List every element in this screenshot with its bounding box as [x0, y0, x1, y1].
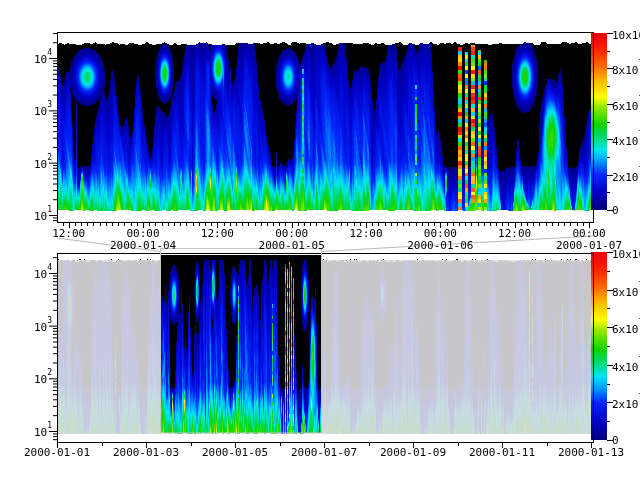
top-x-date-label-text: 2000-01-07	[556, 239, 622, 252]
top-x-date-label: 2000-01-07	[556, 240, 622, 251]
top-panel-spectrogram[interactable]	[58, 33, 593, 222]
top-y-tick-label-exponent: 1	[47, 205, 52, 214]
top-x-time-label: 12:00	[349, 228, 382, 239]
bottom-colorbar-tick-label-text: 6x10	[612, 323, 639, 336]
bottom-y-tick-label: 102	[34, 372, 52, 385]
top-x-time-label-text: 00:00	[424, 227, 457, 240]
bottom-panel-spectrogram[interactable]	[58, 254, 593, 442]
top-x-time-label: 00:00	[424, 228, 457, 239]
bottom-y-tick-label: 103	[34, 320, 52, 333]
bottom-x-date-label-text: 2000-01-13	[558, 446, 624, 459]
top-colorbar-tick-label: 8x107	[612, 63, 640, 76]
top-y-tick-label-exponent: 2	[47, 153, 52, 162]
bottom-colorbar-tick-label: 2x107	[612, 397, 640, 410]
bottom-y-tick-label-text: 10	[34, 268, 47, 281]
top-x-time-label: 12:00	[498, 228, 531, 239]
zoom-connector-right	[322, 236, 594, 252]
bottom-colorbar-tick-label-text: 4x10	[612, 360, 639, 373]
top-colorbar-tick-label-text: 10x10	[612, 29, 640, 42]
spectrogram-viewer-window: 10410310210110410310210112:0000:002000-0…	[0, 0, 640, 480]
bottom-x-date-label-text: 2000-01-09	[380, 446, 446, 459]
bottom-colorbar-tick-label: 0	[612, 435, 619, 446]
top-x-time-label: 12:00	[52, 228, 85, 239]
top-colorbar-tick-label-text: 8x10	[612, 64, 639, 77]
top-y-tick-label: 102	[34, 157, 52, 170]
bottom-x-date-label-text: 2000-01-11	[469, 446, 535, 459]
bottom-colorbar-tick-label-text: 2x10	[612, 398, 639, 411]
bottom-y-tick-label-exponent: 2	[47, 368, 52, 377]
top-y-tick-label: 103	[34, 104, 52, 117]
top-colorbar-tick-label-text: 0	[612, 204, 619, 217]
bottom-colorbar	[591, 252, 607, 440]
bottom-y-tick-label-exponent: 3	[47, 316, 52, 325]
top-x-time-label-text: 12:00	[52, 227, 85, 240]
top-y-tick-label-text: 10	[34, 105, 47, 118]
top-colorbar-tick-label-text: 4x10	[612, 135, 639, 148]
top-x-date-label: 2000-01-04	[110, 240, 176, 251]
bottom-colorbar-tick-label: 6x107	[612, 322, 640, 335]
top-x-date-label: 2000-01-05	[259, 240, 325, 251]
bottom-x-date-label: 2000-01-11	[469, 447, 535, 458]
bottom-colorbar-tick-label-text: 8x10	[612, 285, 639, 298]
top-x-time-label: 00:00	[275, 228, 308, 239]
top-y-tick-label-exponent: 3	[47, 100, 52, 109]
bottom-y-tick-label-exponent: 1	[47, 421, 52, 430]
bottom-colorbar-tick-label-text: 10x10	[612, 248, 640, 261]
top-y-tick-label: 104	[34, 52, 52, 65]
top-colorbar-tick-label: 4x107	[612, 134, 640, 147]
top-y-tick-label: 101	[34, 209, 52, 222]
bottom-x-date-label: 2000-01-03	[113, 447, 179, 458]
top-y-tick-label-text: 10	[34, 157, 47, 170]
top-y-tick-label-text: 10	[34, 53, 47, 66]
top-x-time-label: 12:00	[201, 228, 234, 239]
top-x-date-label: 2000-01-06	[407, 240, 473, 251]
bottom-y-tick-label-text: 10	[34, 373, 47, 386]
top-x-time-label-text: 12:00	[201, 227, 234, 240]
top-colorbar-tick-label: 0	[612, 205, 619, 216]
bottom-y-tick-label-text: 10	[34, 426, 47, 439]
bottom-x-date-label: 2000-01-01	[24, 447, 90, 458]
top-x-time-label-text: 00:00	[275, 227, 308, 240]
bottom-x-date-label: 2000-01-05	[202, 447, 268, 458]
top-colorbar	[591, 33, 607, 210]
top-x-time-label-text: 12:00	[349, 227, 382, 240]
bottom-y-tick-label-exponent: 4	[47, 263, 52, 272]
top-x-time-label-text: 00:00	[126, 227, 159, 240]
bottom-x-date-label: 2000-01-13	[558, 447, 624, 458]
top-x-time-label: 00:00	[572, 228, 605, 239]
top-colorbar-tick-label-text: 6x10	[612, 99, 639, 112]
bottom-x-date-label-text: 2000-01-05	[202, 446, 268, 459]
top-colorbar-tick-label: 6x107	[612, 99, 640, 112]
zoom-connector-left	[57, 238, 161, 252]
bottom-y-tick-label-text: 10	[34, 320, 47, 333]
top-colorbar-tick-label: 10x107	[612, 28, 640, 41]
top-y-tick-label-exponent: 4	[47, 48, 52, 57]
top-x-time-label-text: 12:00	[498, 227, 531, 240]
bottom-x-date-label-text: 2000-01-01	[24, 446, 90, 459]
bottom-y-tick-label: 104	[34, 267, 52, 280]
top-x-date-label-text: 2000-01-05	[259, 239, 325, 252]
top-x-date-label-text: 2000-01-06	[407, 239, 473, 252]
top-x-time-label-text: 00:00	[572, 227, 605, 240]
bottom-y-tick-label: 101	[34, 425, 52, 438]
top-x-time-label: 00:00	[126, 228, 159, 239]
top-y-tick-label-text: 10	[34, 210, 47, 223]
bottom-colorbar-tick-label: 4x107	[612, 360, 640, 373]
bottom-x-date-label: 2000-01-09	[380, 447, 446, 458]
bottom-x-date-label-text: 2000-01-07	[291, 446, 357, 459]
bottom-colorbar-tick-label: 10x107	[612, 247, 640, 260]
bottom-colorbar-tick-label: 8x107	[612, 285, 640, 298]
top-colorbar-tick-label: 2x107	[612, 170, 640, 183]
top-x-date-label-text: 2000-01-04	[110, 239, 176, 252]
top-colorbar-tick-label-text: 2x10	[612, 170, 639, 183]
bottom-colorbar-tick-label-text: 0	[612, 434, 619, 447]
bottom-x-date-label-text: 2000-01-03	[113, 446, 179, 459]
bottom-x-date-label: 2000-01-07	[291, 447, 357, 458]
